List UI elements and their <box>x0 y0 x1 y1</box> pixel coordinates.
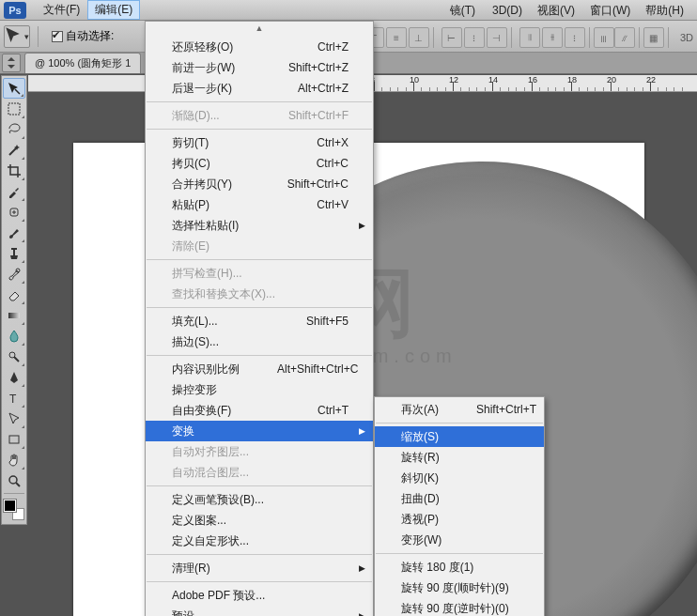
dodge-tool[interactable] <box>3 346 25 367</box>
edit-menu-item[interactable]: 前进一步(W)Shift+Ctrl+Z <box>146 57 373 78</box>
menu-scroll-up[interactable]: ▲ <box>146 23 373 37</box>
menu-view[interactable]: 视图(V) <box>530 1 582 21</box>
menu-item-label: 定义画笔预设(B)... <box>172 492 264 508</box>
align-vcenter-button[interactable]: ≡ <box>386 27 407 48</box>
edit-menu-item[interactable]: 合并拷贝(Y)Shift+Ctrl+C <box>146 174 373 194</box>
menu-shortcut: Alt+Ctrl+Z <box>298 82 348 95</box>
menu-filter-tail[interactable]: 镜(T) <box>441 1 485 21</box>
document-tab[interactable]: @ 100% (圆角矩形 1 <box>24 53 141 73</box>
edit-menu-item[interactable]: 清理(R)▶ <box>146 558 373 578</box>
align-bottom-button[interactable]: ⊥ <box>409 27 429 48</box>
edit-menu-item[interactable]: 选择性粘贴(I)▶ <box>146 215 373 236</box>
edit-menu-item[interactable]: 定义画笔预设(B)... <box>146 489 373 510</box>
hand-tool[interactable] <box>3 450 25 470</box>
dist-top-button[interactable]: ⫴ <box>519 27 540 48</box>
transform-menu-item[interactable]: 透视(P) <box>375 509 544 530</box>
align-left-button[interactable]: ⊢ <box>441 27 462 48</box>
transform-menu-item[interactable]: 旋转(R) <box>375 447 544 468</box>
type-tool[interactable]: T <box>3 388 25 408</box>
transform-menu-item[interactable]: 旋转 90 度(逆时针)(0) <box>375 598 544 616</box>
transform-menu-item[interactable]: 再次(A)Shift+Ctrl+T <box>375 399 544 420</box>
distribute-group: ⫴ ⫵ ⫶ <box>519 27 585 48</box>
auto-align-button[interactable]: ▦ <box>643 27 664 48</box>
edit-menu-item[interactable]: 粘贴(P)Ctrl+V <box>146 194 373 215</box>
marquee-tool[interactable] <box>3 99 25 119</box>
move-tool[interactable] <box>3 78 25 99</box>
edit-menu-item[interactable]: 预设▶ <box>146 606 373 616</box>
separator <box>4 493 24 494</box>
menu-file[interactable]: 文件(F) <box>36 0 87 20</box>
transform-menu-item[interactable]: 变形(W) <box>375 530 544 550</box>
svg-rect-2 <box>11 248 17 250</box>
menu-shortcut: Ctrl+V <box>317 198 348 211</box>
menu-help[interactable]: 帮助(H) <box>638 1 691 21</box>
edit-menu-item[interactable]: 描边(S)... <box>146 331 373 352</box>
menu-item-label: 斜切(K) <box>401 470 439 486</box>
transform-menu-item[interactable]: 斜切(K) <box>375 468 544 488</box>
menu-window[interactable]: 窗口(W) <box>582 1 638 21</box>
menu-divider <box>376 423 543 424</box>
history-brush-tool[interactable] <box>3 264 25 285</box>
gradient-tool[interactable] <box>3 305 25 326</box>
pen-tool[interactable] <box>3 367 25 388</box>
edit-menu-item[interactable]: 还原轻移(O)Ctrl+Z <box>146 37 373 57</box>
edit-menu-item[interactable]: 自由变换(F)Ctrl+T <box>146 400 373 421</box>
menu-divider <box>147 307 372 308</box>
rectangle-tool[interactable] <box>3 429 25 450</box>
dist-bot-icon: ⫶ <box>572 33 577 43</box>
blur-tool[interactable] <box>3 326 25 346</box>
dist-hc-button[interactable]: ⫽ <box>614 27 635 48</box>
menu-edit[interactable]: 编辑(E) <box>87 0 140 20</box>
magic-wand-tool[interactable] <box>3 140 25 161</box>
align-right-button[interactable]: ⊣ <box>487 27 507 48</box>
ruler-number: 12 <box>449 75 458 85</box>
edit-menu-item[interactable]: 拷贝(C)Ctrl+C <box>146 153 373 174</box>
menu-shortcut: Shift+Ctrl+Z <box>288 61 348 74</box>
transform-menu-item[interactable]: 扭曲(D) <box>375 488 544 509</box>
dist-left-button[interactable]: ⫼ <box>594 27 614 48</box>
brush-tool[interactable] <box>3 223 25 243</box>
menu-shortcut: Ctrl+C <box>317 157 348 170</box>
menu-item-label: 选择性粘贴(I) <box>172 218 239 234</box>
checkbox-icon <box>52 31 63 42</box>
align-vcenter-icon: ≡ <box>394 33 399 43</box>
ruler-number: 14 <box>488 75 498 85</box>
color-swatches[interactable] <box>4 500 24 520</box>
menu-item-label: 自动混合图层... <box>172 465 249 481</box>
edit-menu-item[interactable]: 内容识别比例Alt+Shift+Ctrl+C <box>146 359 373 379</box>
crop-tool[interactable] <box>3 161 25 181</box>
threed-mode-label[interactable]: 3D <box>680 32 693 43</box>
edit-menu-item: 查找和替换文本(X)... <box>146 284 373 304</box>
zoom-tool[interactable] <box>3 470 25 491</box>
edit-menu-item[interactable]: 后退一步(K)Alt+Ctrl+Z <box>146 78 373 99</box>
align-hcenter-button[interactable]: ⫶ <box>464 27 485 48</box>
transform-menu-item[interactable]: 旋转 180 度(1) <box>375 557 544 578</box>
path-selection-tool[interactable] <box>3 408 25 429</box>
edit-menu-item[interactable]: 填充(L)...Shift+F5 <box>146 311 373 331</box>
auto-select-checkbox[interactable]: 自动选择: <box>52 28 114 44</box>
edit-menu-item[interactable]: 定义自定形状... <box>146 531 373 551</box>
menu-3d[interactable]: 3D(D) <box>485 2 530 19</box>
dist-bottom-button[interactable]: ⫶ <box>565 27 585 48</box>
foreground-color-swatch[interactable] <box>4 500 16 512</box>
edit-menu-item[interactable]: 定义图案... <box>146 510 373 531</box>
edit-menu-item[interactable]: Adobe PDF 预设... <box>146 585 373 606</box>
transform-menu-item[interactable]: 旋转 90 度(顺时针)(9) <box>375 578 544 598</box>
svg-text:T: T <box>9 393 17 406</box>
tool-preset-picker[interactable]: ▾ <box>4 25 30 48</box>
healing-brush-tool[interactable] <box>3 202 25 223</box>
transform-menu-item[interactable]: 缩放(S) <box>375 426 544 447</box>
eraser-tool[interactable] <box>3 285 25 305</box>
scroll-toggle-button[interactable] <box>2 54 21 72</box>
clone-stamp-tool[interactable] <box>3 243 25 264</box>
edit-menu-item[interactable]: 变换▶ <box>146 421 373 441</box>
eyedropper-tool[interactable] <box>3 181 25 202</box>
edit-menu-item[interactable]: 剪切(T)Ctrl+X <box>146 132 373 153</box>
edit-menu-item[interactable]: 操控变形 <box>146 379 373 400</box>
menu-shortcut: Alt+Shift+Ctrl+C <box>277 362 358 376</box>
dist-vcenter-button[interactable]: ⫵ <box>542 27 563 48</box>
lasso-tool[interactable] <box>3 119 25 140</box>
dist-hc-icon: ⫽ <box>620 33 629 43</box>
separator <box>511 27 512 48</box>
ruler-number: 22 <box>646 75 656 85</box>
